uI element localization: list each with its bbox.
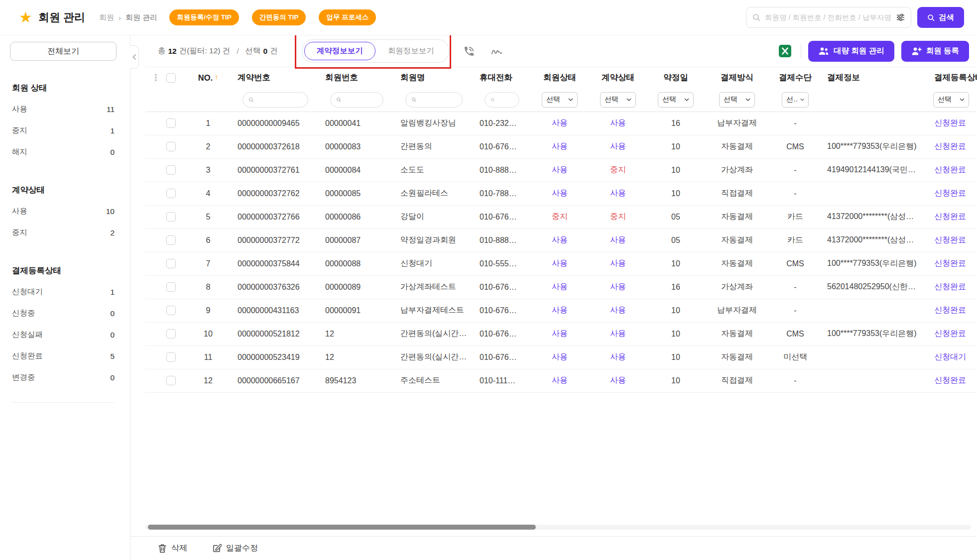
sidebar-item-신청대기[interactable]: 신청대기1	[10, 281, 117, 303]
signature-button[interactable]	[489, 44, 506, 58]
search-button[interactable]: 검색	[917, 7, 964, 28]
bulk-edit-button[interactable]: 일괄수정	[212, 543, 258, 554]
row-checkbox[interactable]	[166, 118, 176, 128]
filter-search-member_no[interactable]	[330, 92, 383, 108]
sidebar-collapse-button[interactable]	[130, 45, 139, 69]
filter-select-contract_status[interactable]: 선택	[600, 92, 636, 108]
row-checkbox[interactable]	[166, 306, 176, 315]
column-header-no[interactable]: NO.↑	[185, 67, 232, 88]
column-header-member_status[interactable]: 회원상태	[530, 67, 589, 88]
filter-input-phone[interactable]	[498, 96, 513, 104]
sidebar-item-사용[interactable]: 사용11	[10, 99, 117, 120]
horizontal-scrollbar-thumb[interactable]	[148, 525, 536, 530]
delete-button[interactable]: 삭제	[158, 543, 187, 554]
column-header-pay_info[interactable]: 결제정보	[821, 67, 928, 88]
row-checkbox[interactable]	[166, 376, 176, 385]
row-checkbox[interactable]	[166, 352, 176, 362]
filter-select-due_day[interactable]: 선택	[658, 92, 694, 108]
cell-value-reg_status[interactable]: 신청완료	[934, 189, 966, 197]
header-right: 검색	[746, 7, 964, 28]
row-checkbox[interactable]	[166, 189, 176, 198]
view-tab-회원정보보기[interactable]: 회원정보보기	[375, 42, 447, 60]
call-button[interactable]	[461, 43, 477, 59]
horizontal-scrollbar[interactable]	[145, 525, 971, 530]
sidebar-item-사용[interactable]: 사용10	[10, 201, 117, 222]
cell-value-reg_status[interactable]: 신청완료	[934, 282, 966, 291]
filter-search-contract_no[interactable]	[243, 92, 308, 108]
column-header-pay_method[interactable]: 결제방식	[705, 67, 769, 88]
view-tab-계약정보보기[interactable]: 계약정보보기	[304, 42, 375, 60]
cell-value-reg_status[interactable]: 신청완료	[934, 259, 966, 267]
column-header-contract_status[interactable]: 계약상태	[589, 67, 647, 88]
table-row[interactable]: 100000000052181212간편동의(실시간…010-676…사용사용1…	[145, 322, 977, 345]
bulk-member-manage-button[interactable]: 대량 회원 관리	[808, 41, 894, 62]
filter-select-pay_method[interactable]: 선택	[719, 92, 755, 108]
row-checkbox[interactable]	[166, 259, 176, 268]
view-all-button[interactable]: 전체보기	[10, 42, 117, 61]
sidebar-item-변경중[interactable]: 변경중0	[10, 367, 117, 388]
filter-select-member_status[interactable]: 선택	[542, 92, 578, 108]
filter-input-member_no[interactable]	[345, 96, 377, 104]
tip-easy-consent-button[interactable]: 간편동의 TIP	[252, 9, 306, 25]
column-header-phone[interactable]: 휴대전화	[474, 67, 530, 88]
sidebar-item-신청중[interactable]: 신청중0	[10, 303, 117, 324]
cell-value-pay_means: -	[794, 189, 796, 198]
member-register-button[interactable]: 회원 등록	[901, 41, 969, 62]
table-row[interactable]: 80000000037632600000089가상계좌테스트010-676…사용…	[145, 275, 977, 299]
table-row[interactable]: 12000000006651678954123주소테스트010-111…사용사용…	[145, 369, 977, 392]
global-search-box[interactable]	[746, 7, 911, 28]
column-header-contract_no[interactable]: 계약번호	[232, 67, 319, 88]
sidebar-item-중지[interactable]: 중지2	[10, 222, 117, 243]
table-row[interactable]: 20000000037261800000083간편동의010-676…사용사용1…	[145, 135, 977, 158]
column-drag-handle[interactable]: ⋮	[145, 67, 157, 88]
cell-value-reg_status[interactable]: 신청완료	[934, 306, 966, 314]
filter-select-pay_means[interactable]: 선택	[782, 92, 809, 108]
table-row[interactable]: 40000000037276200000085소원필라테스010-788…사용사…	[145, 182, 977, 205]
row-checkbox[interactable]	[166, 329, 176, 338]
column-header-name[interactable]: 회원명	[394, 67, 474, 88]
column-header-reg_status[interactable]: 결제등록상태	[928, 67, 977, 88]
filter-input-contract_no[interactable]	[257, 96, 302, 104]
cell-value-reg_status[interactable]: 신청완료	[934, 235, 966, 244]
tip-work-process-button[interactable]: 업무 프로세스	[319, 9, 376, 25]
select-chevron-icon	[800, 98, 804, 101]
row-checkbox[interactable]	[166, 282, 176, 292]
table-row[interactable]: 110000000052341912간편동의(실시간…010-676…사용사용1…	[145, 345, 977, 369]
cell-value-reg_status[interactable]: 신청완료	[934, 165, 966, 174]
search-filter-sliders-icon[interactable]	[896, 13, 905, 21]
sidebar-item-신청완료[interactable]: 신청완료5	[10, 345, 117, 367]
row-checkbox[interactable]	[166, 142, 176, 151]
global-search-input[interactable]	[765, 13, 892, 21]
filter-search-name[interactable]	[405, 92, 463, 108]
cell-value-reg_status[interactable]: 신청완료	[934, 212, 966, 221]
filter-select-reg_status[interactable]: 선택	[933, 92, 969, 108]
column-header-pay_means[interactable]: 결제수단	[769, 67, 821, 88]
table-row[interactable]: 70000000037584400000088신청대기010-555…사용사용1…	[145, 252, 977, 275]
column-header-member_no[interactable]: 회원번호	[319, 67, 394, 88]
breadcrumb-item-member[interactable]: 회원	[99, 13, 114, 22]
sidebar-item-신청실패[interactable]: 신청실패0	[10, 324, 117, 345]
select-all-checkbox[interactable]	[166, 73, 176, 83]
sidebar-item-중지[interactable]: 중지1	[10, 120, 117, 141]
filter-input-name[interactable]	[420, 96, 457, 104]
table-row[interactable]: 10000000000946500000041알림뱅킹사장님010-232…사용…	[145, 112, 977, 135]
table-row[interactable]: 90000000043116300000091납부자결제테스트010-676…사…	[145, 299, 977, 322]
cell-value-reg_status[interactable]: 신청완료	[934, 329, 966, 337]
row-checkbox[interactable]	[166, 212, 176, 222]
table-row[interactable]: 60000000037277200000087약정일경과회원010-888…사용…	[145, 228, 977, 252]
row-checkbox[interactable]	[166, 235, 176, 245]
sidebar-item-해지[interactable]: 해지0	[10, 141, 117, 163]
cell-value-reg_status[interactable]: 신청대기	[934, 352, 966, 361]
sort-asc-icon[interactable]: ↑	[215, 73, 218, 81]
row-checkbox[interactable]	[166, 165, 176, 175]
cell-value-reg_status[interactable]: 신청완료	[934, 376, 966, 384]
column-header-due_day[interactable]: 약정일	[647, 67, 705, 88]
cell-value-reg_status[interactable]: 신청완료	[934, 118, 966, 127]
cell-value-no: 12	[204, 376, 213, 385]
cell-value-reg_status[interactable]: 신청완료	[934, 142, 966, 150]
filter-search-phone[interactable]	[485, 92, 519, 108]
excel-download-button[interactable]	[776, 42, 794, 60]
tip-register-edit-button[interactable]: 회원등록/수정 TIP	[169, 9, 239, 25]
table-row[interactable]: 50000000037276600000086강달이010-676…중지중지05…	[145, 205, 977, 228]
table-row[interactable]: 30000000037276100000084소도도010-888…사용중지10…	[145, 158, 977, 182]
